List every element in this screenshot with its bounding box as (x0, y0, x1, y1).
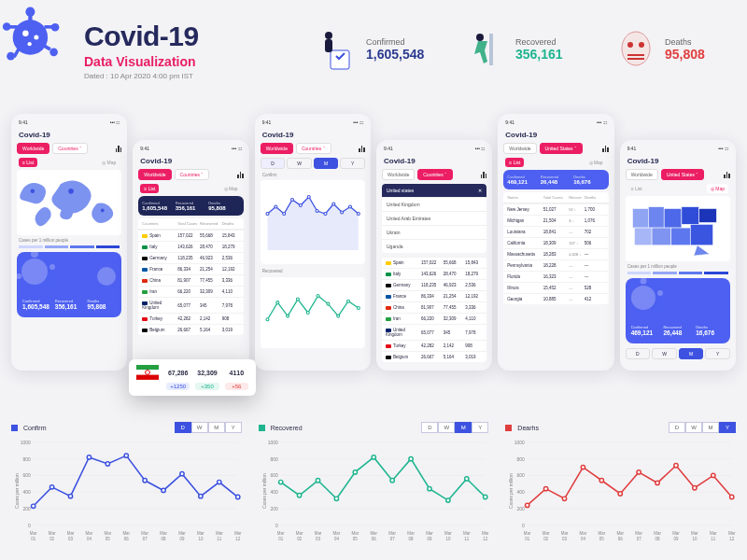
pill-worldwide[interactable]: Worldwide (138, 169, 171, 180)
table-row[interactable]: Belgium 26,6675,1643,019 (138, 324, 243, 335)
table-row[interactable]: Spain 157,02255,66815,843 (138, 230, 243, 241)
table-row[interactable]: Massachusetts18,2834,328 ↓— (503, 248, 608, 259)
svg-text:600: 600 (23, 473, 31, 478)
table-row[interactable]: Turkey 42,2822,142908 (382, 340, 486, 351)
table-row[interactable]: Iran 66,22032,3094,110 (382, 313, 486, 324)
dropdown-option[interactable]: United Arab Emirates (382, 211, 486, 225)
seg-Y[interactable]: Y (225, 422, 242, 433)
pill-worldwide[interactable]: Worldwide (17, 143, 49, 154)
pill-countries[interactable]: Countries ˅ (296, 143, 331, 154)
pill-countries[interactable]: Countries ˅ (417, 169, 453, 180)
svg-point-90 (162, 488, 165, 492)
svg-point-13 (28, 42, 32, 46)
table-row[interactable]: Florida16,323—— (503, 271, 608, 282)
table-row[interactable]: France 86,33421,25412,192 (382, 290, 486, 301)
chart-icon[interactable] (359, 146, 365, 152)
table-row[interactable]: Turkey 42,2822,142908 (138, 313, 243, 324)
table-row[interactable]: Belgium 26,6675,1643,019 (382, 351, 486, 362)
tab-list[interactable]: ≡ List (505, 158, 524, 167)
seg-m[interactable]: M (314, 158, 339, 169)
table-row[interactable]: Michigan21,5043 ↓1,076 (503, 215, 608, 226)
seg-Y[interactable]: Y (472, 422, 488, 433)
chart-icon[interactable] (602, 146, 609, 152)
seg-M[interactable]: M (702, 422, 719, 433)
table-row[interactable]: Germany 118,23546,9232,536 (138, 252, 243, 263)
pill-countries[interactable]: Countries ˅ (52, 143, 88, 154)
pill-worldwide[interactable]: Worldwide (261, 143, 293, 154)
seg-d[interactable]: D (261, 158, 286, 169)
svg-text:Mar: Mar (482, 531, 489, 536)
stat-label: Recovered (515, 37, 563, 47)
pill-worldwide[interactable]: Worldwide (626, 169, 658, 180)
tab-list[interactable]: ≡ List (19, 158, 37, 167)
seg-D[interactable]: D (175, 422, 191, 433)
seg-W[interactable]: W (438, 422, 455, 433)
svg-point-191 (712, 473, 715, 477)
table-row[interactable]: Spain 157,02255,66815,843 (382, 257, 486, 268)
seg-Y[interactable]: Y (719, 422, 736, 433)
tab-map[interactable]: ◎ Map (707, 184, 728, 193)
tab-map[interactable]: ◎ Map (585, 158, 607, 167)
table-row[interactable]: Italy 143,62628,47018,279 (138, 241, 243, 252)
country-dropdown[interactable]: United states✕ United Kingdom United Ara… (382, 184, 486, 253)
seg-y[interactable]: Y (340, 158, 365, 169)
svg-point-26 (101, 209, 105, 213)
table-row[interactable]: United Kingdom 65,0773457,978 (382, 324, 486, 340)
seg-W[interactable]: W (191, 422, 208, 433)
svg-text:Mar: Mar (426, 531, 433, 536)
world-map[interactable] (17, 170, 121, 235)
seg-w[interactable]: W (287, 158, 312, 169)
pill-worldwide[interactable]: Worldwide (503, 143, 536, 154)
svg-text:Mar: Mar (197, 531, 204, 536)
svg-text:05: 05 (353, 537, 358, 541)
table-row[interactable]: Iran 66,22032,3094,110 (138, 286, 243, 297)
tab-list[interactable]: ≡ List (627, 184, 646, 193)
segmented-control[interactable]: DWMY (175, 422, 242, 433)
dropdown-option[interactable]: Uganda (382, 239, 486, 253)
svg-text:09: 09 (674, 537, 679, 541)
pill-countries[interactable]: Countries ˅ (175, 169, 210, 180)
pill-worldwide[interactable]: Worldwide (382, 169, 415, 180)
segmented-control[interactable]: DWMY (421, 422, 488, 433)
seg-M[interactable]: M (455, 422, 472, 433)
page-date: Dated : 10 Apr 2020 4:00 pm IST (84, 72, 199, 80)
table-row[interactable]: United Kingdom 65,0773457,978 (138, 297, 243, 313)
table-row[interactable]: Germany 118,23546,9232,536 (382, 279, 486, 290)
chart-icon[interactable] (481, 172, 487, 178)
table-row[interactable]: France 86,33421,25412,192 (138, 263, 243, 274)
pill-us[interactable]: United States ˅ (540, 143, 583, 154)
table-row[interactable]: California18,309107 ↑506 (503, 237, 608, 248)
seg-D[interactable]: D (669, 422, 685, 433)
screen-mini-charts: 9:41••• ⚏ Covid-19 Worldwide Countries ˅… (255, 114, 371, 371)
chart-icon[interactable] (116, 146, 122, 152)
dropdown-option[interactable]: Ukrain (382, 225, 486, 239)
chart-icon[interactable] (724, 172, 730, 178)
summary-card: Confirmed469,121 Recovered26,448 Deaths1… (626, 278, 730, 343)
segmented-control[interactable]: DWMY (669, 422, 736, 433)
us-map[interactable] (626, 196, 730, 261)
pill-us[interactable]: United States ˅ (661, 169, 704, 180)
table-row[interactable]: Pennsylvania18,228—— (503, 259, 608, 271)
table-row[interactable]: Italy 143,62628,47018,279 (382, 268, 486, 279)
table-row[interactable]: Illinois15,452—528 (503, 282, 608, 293)
tab-map[interactable]: ◎ Map (220, 184, 242, 193)
svg-text:Mar: Mar (636, 531, 643, 536)
svg-text:Mar: Mar (351, 531, 359, 536)
svg-text:600: 600 (517, 473, 525, 478)
seg-M[interactable]: M (208, 422, 225, 433)
close-icon[interactable]: ✕ (478, 188, 482, 193)
chart-icon[interactable] (237, 172, 244, 178)
seg-D[interactable]: D (421, 422, 438, 433)
seg-W[interactable]: W (685, 422, 702, 433)
table-row[interactable]: China 81,90777,4553,336 (138, 274, 243, 286)
svg-text:06: 06 (124, 537, 129, 541)
dropdown-option[interactable]: United Kingdom (382, 197, 486, 211)
table-row[interactable]: New Jersey51,02792 ↑1,700 (503, 203, 608, 215)
table-row[interactable]: Georgia10,885—412 (503, 293, 608, 304)
tab-list[interactable]: ≡ List (140, 184, 159, 193)
tab-map[interactable]: ◎ Map (98, 158, 120, 167)
table-row[interactable]: China 81,90777,4553,336 (382, 301, 486, 313)
svg-point-86 (87, 455, 91, 459)
table-row[interactable]: Louisiana18,841—702 (503, 226, 608, 237)
svg-point-136 (353, 470, 357, 474)
